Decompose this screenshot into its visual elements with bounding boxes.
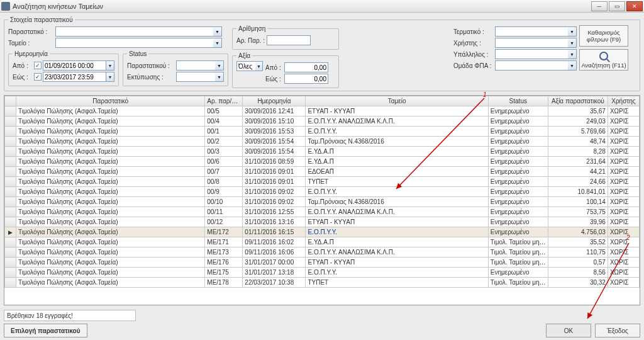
dropdown-arrow-icon[interactable]: ▼ [255, 61, 263, 71]
column-header[interactable]: Αξία παραστατικού [548, 96, 608, 106]
dropdown-arrow-icon[interactable]: ▼ [215, 60, 224, 71]
dropdown-arrow-icon[interactable]: ▼ [213, 38, 222, 48]
table-row[interactable]: Τιμολόγια Πώλησης (Ασφαλ.Ταμεία)00/731/1… [5, 167, 640, 177]
ar-par-label: Αρ. Παρ. : [236, 37, 267, 44]
table-row[interactable]: Τιμολόγια Πώλησης (Ασφαλ.Ταμεία)00/831/1… [5, 177, 640, 187]
column-header[interactable]: Παραστατικό [16, 96, 205, 106]
termatiko-label: Τερματικό : [453, 28, 495, 35]
table-row[interactable]: Τιμολόγια Πώλησης (Ασφαλ.Ταμεία)00/530/0… [5, 106, 640, 116]
ypallilos-combo[interactable]: ▼ [495, 49, 577, 59]
date-from-checkbox[interactable]: ✓ [34, 62, 42, 69]
table-row[interactable]: ▶Τιμολόγια Πώλησης (Ασφαλ.Ταμεία)ΜΕ/1720… [5, 227, 640, 237]
arithmisi-group: Αρίθμηση Αρ. Παρ. : [232, 25, 339, 50]
date-legend: Ημερομηνία [13, 50, 50, 57]
axia-to-input[interactable] [284, 74, 328, 84]
status-legend: Status [127, 50, 148, 57]
column-header[interactable]: Ημερομηνία [243, 96, 306, 106]
dropdown-arrow-icon[interactable]: ▼ [106, 72, 114, 82]
dropdown-arrow-icon[interactable]: ▼ [568, 38, 577, 48]
clear-filters-button[interactable]: Καθαρισμός φίλτρων (F9) [579, 25, 628, 47]
close-button[interactable]: ✕ [626, 1, 643, 11]
window-title: Αναζήτηση κινήσεων Ταμείων [13, 3, 590, 10]
table-row[interactable]: Τιμολόγια Πώλησης (Ασφαλ.Ταμεία)00/230/0… [5, 137, 640, 147]
axia-from-input[interactable] [284, 62, 328, 72]
search-button[interactable]: Αναζήτηση (F11) [579, 49, 628, 71]
date-from-input[interactable] [43, 60, 106, 71]
dropdown-arrow-icon[interactable]: ▼ [213, 26, 222, 37]
status-ektyposis-label: Εκτύπωσης : [127, 74, 176, 81]
table-row[interactable]: Τιμολόγια Πώλησης (Ασφαλ.Ταμεία)00/1231/… [5, 217, 640, 227]
table-row[interactable]: Τιμολόγια Πώλησης (Ασφαλ.Ταμεία)00/1031/… [5, 197, 640, 207]
table-row[interactable]: Τιμολόγια Πώλησης (Ασφαλ.Ταμεία)ΜΕ/17631… [5, 258, 640, 268]
tameio-combo[interactable]: ▼ [55, 38, 222, 48]
column-header[interactable]: Αρ. παρ/κου [205, 96, 243, 106]
dropdown-arrow-icon[interactable]: ▼ [106, 60, 114, 71]
fpa-label: Ομάδα ΦΠΑ : [453, 62, 495, 69]
date-to-label: Εώς : [13, 74, 34, 81]
dropdown-arrow-icon[interactable]: ▼ [568, 49, 577, 59]
exit-button[interactable]: Έξοδος [595, 324, 640, 337]
table-row[interactable]: Τιμολόγια Πώλησης (Ασφαλ.Ταμεία)00/631/1… [5, 157, 640, 167]
filters-group: Στοιχεία παραστατικού Παραστατικό : ▼ Τα… [4, 16, 640, 91]
axia-legend: Αξία [236, 52, 252, 59]
dropdown-arrow-icon[interactable]: ▼ [568, 60, 577, 71]
table-row[interactable]: Τιμολόγια Πώλησης (Ασφαλ.Ταμεία)00/1131/… [5, 207, 640, 217]
axia-to-label: Εώς : [265, 76, 284, 82]
parastatiko-combo[interactable]: ▼ [55, 26, 222, 37]
date-to-input[interactable] [43, 72, 106, 82]
tameio-label: Ταμείο : [8, 40, 55, 47]
column-header[interactable]: Status [488, 96, 548, 106]
parastatiko-label: Παραστατικό : [8, 28, 55, 35]
date-to-checkbox[interactable]: ✓ [34, 73, 42, 81]
termatiko-combo[interactable]: ▼ [495, 26, 577, 37]
axia-type-combo[interactable]: ▼ [236, 61, 263, 71]
status-parastatiko-combo[interactable]: ▼ [176, 60, 224, 71]
filters-legend: Στοιχεία παραστατικού [8, 16, 75, 23]
table-row[interactable]: Τιμολόγια Πώλησης (Ασφαλ.Ταμεία)00/430/0… [5, 116, 640, 127]
xristis-label: Χρήστης : [453, 40, 495, 47]
status-group: Status Παραστατικού : ▼ Εκτύπωσης : ▼ [123, 50, 228, 86]
select-parastatiko-button[interactable]: Επιλογή παραστατικού [4, 324, 87, 337]
arithmisi-legend: Αρίθμηση [236, 25, 267, 32]
annotation-2-label: 2 [626, 234, 630, 241]
dropdown-arrow-icon[interactable]: ▼ [215, 72, 224, 82]
date-from-label: Από : [13, 62, 34, 69]
xristis-combo[interactable]: ▼ [495, 38, 577, 48]
fpa-combo[interactable]: ▼ [495, 60, 577, 71]
records-found: Βρέθηκαν 18 εγγραφές! [4, 310, 136, 321]
column-header[interactable]: Χρήστης [608, 96, 639, 106]
ypallilos-label: Υπάλληλος : [453, 51, 495, 58]
ok-button[interactable]: ΟΚ [546, 324, 591, 337]
results-grid[interactable]: ΠαραστατικόΑρ. παρ/κουΗμερομηνίαΤαμείοSt… [4, 95, 640, 305]
axia-group: Αξία ▼ Από : Εώς : [232, 52, 339, 88]
table-row[interactable]: Τιμολόγια Πώλησης (Ασφαλ.Ταμεία)ΜΕ/17109… [5, 237, 640, 247]
minimize-button[interactable]: ─ [591, 1, 608, 11]
axia-from-label: Από : [265, 64, 284, 71]
ar-par-input[interactable] [267, 35, 311, 45]
title-bar: Αναζήτηση κινήσεων Ταμείων ─ ▭ ✕ [0, 0, 644, 13]
status-parastatiko-label: Παραστατικού : [127, 62, 176, 69]
table-row[interactable]: Τιμολόγια Πώλησης (Ασφαλ.Ταμεία)ΜΕ/17309… [5, 247, 640, 258]
search-icon [599, 52, 608, 60]
table-row[interactable]: Τιμολόγια Πώλησης (Ασφαλ.Ταμεία)00/130/0… [5, 127, 640, 137]
table-row[interactable]: Τιμολόγια Πώλησης (Ασφαλ.Ταμεία)ΜΕ/17822… [5, 278, 640, 288]
table-row[interactable]: Τιμολόγια Πώλησης (Ασφαλ.Ταμεία)00/931/1… [5, 187, 640, 197]
dropdown-arrow-icon[interactable]: ▼ [568, 26, 577, 37]
maximize-button[interactable]: ▭ [609, 1, 625, 11]
column-header[interactable]: Ταμείο [306, 96, 488, 106]
app-icon [1, 2, 10, 11]
annotation-1-label: 1 [483, 91, 487, 98]
status-ektyposis-combo[interactable]: ▼ [176, 72, 224, 82]
date-group: Ημερομηνία Από : ✓ ▼ Εώς : ✓ ▼ [8, 50, 119, 86]
content-area: Στοιχεία παραστατικού Παραστατικό : ▼ Τα… [0, 13, 644, 340]
table-row[interactable]: Τιμολόγια Πώλησης (Ασφαλ.Ταμεία)ΜΕ/17531… [5, 268, 640, 278]
table-row[interactable]: Τιμολόγια Πώλησης (Ασφαλ.Ταμεία)00/330/0… [5, 147, 640, 157]
